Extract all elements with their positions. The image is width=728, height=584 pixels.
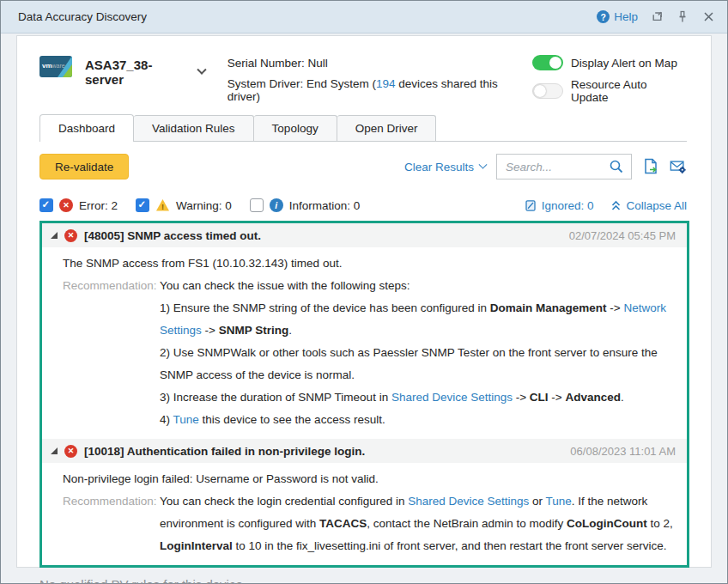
tab-open-driver[interactable]: Open Driver — [337, 115, 437, 141]
collapse-all-button[interactable]: Collapse All — [610, 199, 687, 212]
resource-auto-toggle-row: Resource Auto Update — [532, 78, 687, 104]
warning-label: Warning: 0 — [176, 199, 232, 212]
alert-body-48005: The SNMP access from FS1 (10.10.32.143) … — [42, 247, 687, 439]
device-meta: Serial Number: Null System Driver: End S… — [228, 57, 532, 103]
help-label: Help — [614, 10, 638, 23]
toolbar: Re-validate Clear Results — [39, 154, 687, 179]
information-icon: i — [270, 198, 283, 212]
search-icon[interactable] — [609, 159, 624, 174]
inline-link[interactable]: Shared Device Settings — [391, 391, 513, 404]
collapse-triangle-icon[interactable] — [51, 232, 58, 239]
dialog-title: Data Accuracy Discovery — [18, 10, 597, 23]
collapse-triangle-icon[interactable] — [51, 447, 58, 454]
recommendation-content: You can check the login credential confi… — [160, 490, 673, 557]
chevron-down-icon — [197, 65, 206, 75]
display-alert-label: Display Alert on Map — [571, 57, 677, 70]
alert-summary: Non-privilege login failed: Username or … — [63, 468, 673, 490]
error-icon: ✕ — [59, 198, 73, 212]
ignored-label: Ignored: 0 — [542, 199, 594, 212]
svg-text:!: ! — [161, 202, 164, 211]
display-alert-toggle-row: Display Alert on Map — [532, 55, 687, 70]
system-driver: System Driver: End System (194 devices s… — [228, 77, 532, 103]
recommendation-content: You can check the issue with the followi… — [160, 275, 673, 431]
information-checkbox[interactable] — [250, 198, 264, 212]
resource-auto-label: Resource Auto Update — [571, 78, 687, 104]
inline-link[interactable]: Tune — [173, 413, 199, 426]
alert-title: [48005] SNMP access timed out. — [84, 229, 562, 242]
popout-icon[interactable] — [650, 10, 664, 24]
information-filter: i Information: 0 — [250, 198, 361, 212]
filter-row: ✕ Error: 2 ! Warning: 0 i Information: 0 — [39, 198, 687, 212]
tab-topology[interactable]: Topology — [254, 115, 337, 141]
revalidate-button[interactable]: Re-validate — [39, 154, 129, 179]
search-box — [496, 154, 632, 179]
inline-link[interactable]: Tune — [546, 495, 572, 508]
ignored-link[interactable]: Ignored: 0 — [525, 199, 594, 212]
device-name-dropdown[interactable]: ASA37_38-server — [85, 58, 205, 87]
tab-validation-rules[interactable]: Validation Rules — [134, 115, 254, 141]
alert-title: [10018] Authentication failed in non-pri… — [84, 445, 563, 458]
information-label: Information: 0 — [289, 199, 361, 212]
resource-auto-update-toggle[interactable] — [532, 83, 563, 99]
alerts-panel: ✕ [48005] SNMP access timed out. 02/07/2… — [39, 221, 689, 568]
shared-driver-count-link[interactable]: 194 — [376, 77, 396, 90]
titlebar: Data Accuracy Discovery ? Help — [1, 1, 727, 33]
warning-filter: ! Warning: 0 — [136, 198, 232, 212]
no-pv-rules-text: No qualified PV rules for this device. — [39, 577, 687, 584]
device-header: vmware ASA37_38-server Serial Number: Nu… — [39, 53, 687, 104]
help-icon: ? — [597, 10, 610, 23]
alert-timestamp: 06/08/2023 11:01 AM — [570, 445, 676, 458]
collapse-all-label: Collapse All — [626, 199, 687, 212]
data-accuracy-dialog: Data Accuracy Discovery ? Help — [0, 0, 728, 584]
collapse-all-icon — [610, 200, 622, 211]
display-alert-toggle[interactable] — [532, 55, 563, 70]
close-icon[interactable] — [701, 10, 715, 24]
help-button[interactable]: ? Help — [597, 10, 638, 23]
error-filter: ✕ Error: 2 — [39, 198, 118, 212]
error-icon: ✕ — [64, 445, 77, 458]
gear-icon — [679, 167, 686, 173]
error-checkbox[interactable] — [39, 198, 53, 212]
warning-icon: ! — [155, 198, 170, 212]
email-alert-settings-icon[interactable] — [670, 158, 687, 175]
tab-bar: Dashboard Validation Rules Topology Open… — [39, 114, 687, 142]
alert-timestamp: 02/07/2024 05:45 PM — [569, 229, 676, 242]
clear-results-dropdown[interactable]: Clear Results — [404, 161, 486, 173]
search-input[interactable] — [506, 161, 609, 173]
alert-summary: The SNMP access from FS1 (10.10.32.143) … — [63, 252, 673, 275]
device-name: ASA37_38-server — [85, 58, 191, 87]
alert-body-10018: Non-privilege login failed: Username or … — [42, 463, 687, 565]
vmware-device-icon: vmware — [39, 56, 72, 77]
error-label: Error: 2 — [79, 199, 118, 212]
serial-number: Serial Number: Null — [228, 57, 532, 70]
chevron-down-icon — [479, 160, 488, 168]
alert-header-48005[interactable]: ✕ [48005] SNMP access timed out. 02/07/2… — [42, 223, 687, 247]
main-panel: vmware ASA37_38-server Serial Number: Nu… — [16, 35, 712, 568]
error-icon: ✕ — [64, 229, 77, 242]
pin-icon[interactable] — [676, 10, 689, 24]
warning-checkbox[interactable] — [136, 198, 149, 212]
recommendation-label: Recommendation: — [63, 275, 160, 297]
tab-dashboard[interactable]: Dashboard — [39, 114, 134, 142]
export-report-icon[interactable] — [642, 158, 659, 175]
recommendation-label: Recommendation: — [63, 490, 160, 513]
ignored-icon — [525, 199, 537, 212]
inline-link[interactable]: Shared Device Settings — [408, 495, 529, 508]
alert-header-10018[interactable]: ✕ [10018] Authentication failed in non-p… — [42, 439, 687, 463]
